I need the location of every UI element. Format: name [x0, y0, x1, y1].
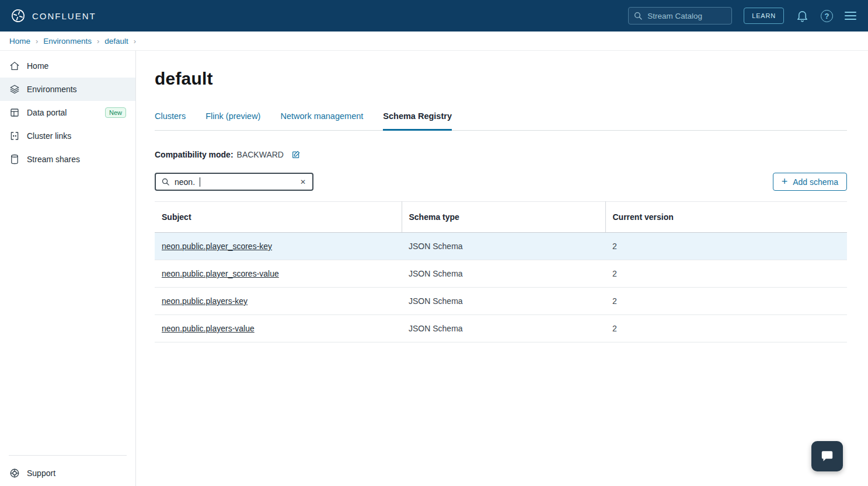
sidebar-item-support[interactable]: Support	[0, 460, 135, 486]
hamburger-icon	[845, 12, 856, 20]
chat-widget-button[interactable]	[811, 441, 843, 471]
confluent-logo[interactable]: CONFLUENT	[11, 8, 96, 23]
notifications-button[interactable]	[796, 9, 809, 23]
add-schema-button[interactable]: + Add schema	[773, 173, 847, 191]
sidebar-item-stream-shares[interactable]: Stream shares	[0, 148, 135, 171]
page-title: default	[155, 69, 847, 89]
schema-table: Subject Schema type Current version neon…	[155, 201, 847, 342]
confluent-logo-icon	[11, 8, 26, 23]
topbar: CONFLUENT LEARN ?	[0, 0, 868, 32]
sidebar-item-cluster-links[interactable]: Cluster links	[0, 124, 135, 148]
breadcrumb-home[interactable]: Home	[9, 37, 30, 46]
breadcrumb-environments[interactable]: Environments	[43, 37, 92, 46]
table-header-row: Subject Schema type Current version	[155, 202, 847, 233]
sidebar-item-environments[interactable]: Environments	[0, 78, 135, 101]
tab-flink-preview[interactable]: Flink (preview)	[205, 111, 260, 131]
compatibility-mode-label: Compatibility mode:	[155, 150, 233, 159]
help-button[interactable]: ?	[821, 10, 833, 22]
table-toolbar: neon. ✕ + Add schema	[155, 173, 847, 191]
sidebar-item-label: Cluster links	[27, 131, 71, 141]
main-content: default Clusters Flink (preview) Network…	[136, 51, 868, 486]
schema-search-input[interactable]: neon. ✕	[155, 173, 313, 191]
stream-catalog-input[interactable]	[628, 7, 732, 25]
compatibility-mode-value: BACKWARD	[237, 150, 284, 159]
bell-icon	[796, 9, 809, 23]
version-cell: 2	[605, 260, 847, 288]
version-cell: 2	[605, 315, 847, 342]
table-row: neon.public.players-key JSON Schema 2	[155, 288, 847, 315]
environments-icon	[9, 84, 20, 95]
chat-bubble-icon	[820, 449, 835, 464]
breadcrumb-default[interactable]: default	[104, 37, 128, 46]
brand-name: CONFLUENT	[32, 11, 96, 21]
breadcrumb: Home › Environments › default ›	[0, 32, 868, 51]
sidebar-divider	[9, 455, 127, 456]
sidebar-item-home[interactable]: Home	[0, 54, 135, 78]
clear-search-button[interactable]: ✕	[299, 177, 307, 187]
sidebar-item-label: Stream shares	[27, 155, 80, 164]
sidebar-item-label: Data portal	[27, 108, 67, 117]
learn-button[interactable]: LEARN	[744, 8, 784, 24]
column-header-subject: Subject	[155, 202, 402, 233]
add-schema-label: Add schema	[793, 177, 838, 187]
schema-type-cell: JSON Schema	[402, 288, 605, 315]
schema-type-cell: JSON Schema	[402, 260, 605, 288]
menu-button[interactable]	[845, 12, 856, 20]
breadcrumb-separator: ›	[36, 37, 38, 46]
tab-clusters[interactable]: Clusters	[155, 111, 186, 131]
tab-schema-registry[interactable]: Schema Registry	[383, 111, 452, 131]
subject-link[interactable]: neon.public.players-value	[162, 324, 255, 333]
schema-type-cell: JSON Schema	[402, 233, 605, 260]
help-icon: ?	[821, 10, 833, 22]
column-header-current-version: Current version	[605, 202, 847, 233]
data-portal-icon	[9, 107, 20, 118]
home-icon	[9, 61, 20, 71]
stream-shares-icon	[9, 154, 20, 165]
breadcrumb-separator: ›	[134, 37, 136, 46]
table-row: neon.public.players-value JSON Schema 2	[155, 315, 847, 342]
table-row: neon.public.player_scores-key JSON Schem…	[155, 233, 847, 260]
new-badge: New	[105, 107, 126, 118]
cluster-links-icon	[9, 131, 20, 141]
plus-icon: +	[782, 176, 788, 187]
support-icon	[9, 468, 20, 478]
sidebar: Home Environments Data portal New	[0, 51, 136, 486]
search-icon	[633, 11, 643, 20]
tab-bar: Clusters Flink (preview) Network managem…	[155, 111, 847, 131]
version-cell: 2	[605, 233, 847, 260]
stream-catalog-search[interactable]	[628, 7, 732, 25]
column-header-schema-type: Schema type	[402, 202, 605, 233]
schema-search-value: neon.	[175, 177, 195, 187]
edit-icon	[291, 150, 301, 159]
subject-link[interactable]: neon.public.player_scores-value	[162, 269, 279, 278]
subject-link[interactable]: neon.public.players-key	[162, 296, 247, 306]
sidebar-item-label: Environments	[27, 85, 77, 94]
tab-network-management[interactable]: Network management	[280, 111, 363, 131]
search-icon	[161, 177, 170, 186]
sidebar-item-label: Home	[27, 61, 48, 71]
edit-compatibility-button[interactable]	[291, 150, 301, 159]
subject-link[interactable]: neon.public.player_scores-key	[162, 242, 272, 251]
sidebar-item-label: Support	[27, 468, 55, 478]
compatibility-mode-row: Compatibility mode: BACKWARD	[155, 150, 847, 159]
breadcrumb-separator: ›	[97, 37, 99, 46]
version-cell: 2	[605, 288, 847, 315]
text-caret	[200, 177, 200, 187]
sidebar-item-data-portal[interactable]: Data portal New	[0, 101, 135, 124]
schema-type-cell: JSON Schema	[402, 315, 605, 342]
table-row: neon.public.player_scores-value JSON Sch…	[155, 260, 847, 288]
